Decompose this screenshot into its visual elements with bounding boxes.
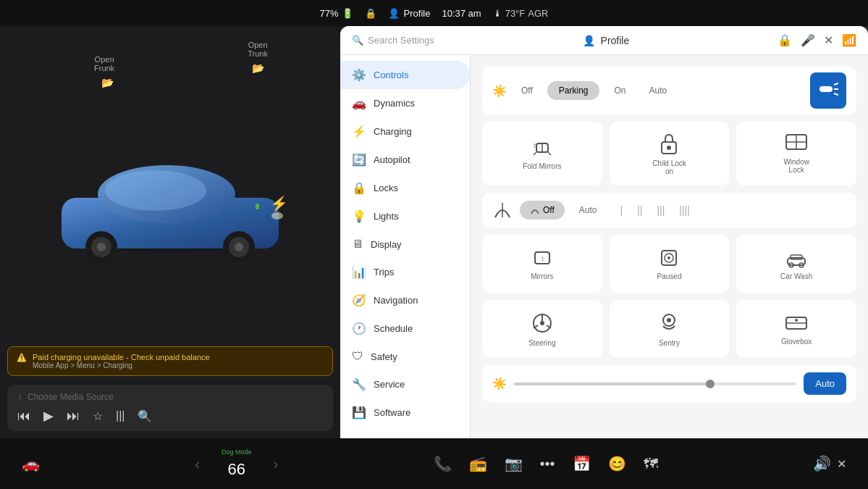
media-source: ♪ Choose Media Source <box>17 392 323 402</box>
svg-text:⚡: ⚡ <box>270 195 288 212</box>
svg-point-23 <box>667 146 671 150</box>
lights-on-button[interactable]: On <box>605 81 634 100</box>
sentry-tile[interactable]: Sentry <box>610 300 730 358</box>
calendar-icon[interactable]: 📅 <box>573 455 591 472</box>
sidebar-item-dynamics[interactable]: 🚗 Dynamics <box>340 89 470 117</box>
music-note-icon: ♪ <box>17 392 22 402</box>
glovebox-label: Glovebox <box>781 338 812 346</box>
profile-name: Profile <box>404 8 431 19</box>
sidebar-label-locks: Locks <box>374 183 398 193</box>
car-wash-tile[interactable]: Car Wash <box>736 235 856 293</box>
child-lock-label: Child Lockon <box>652 159 686 175</box>
map-icon[interactable]: 🗺 <box>644 456 658 472</box>
lights-off-button[interactable]: Off <box>513 81 542 100</box>
wiper-small-icon <box>530 205 540 215</box>
sidebar-item-software[interactable]: 💾 Software <box>340 398 470 427</box>
wiper-off-button[interactable]: Off <box>520 201 565 220</box>
sidebar-item-display[interactable]: 🖥 Display <box>340 230 470 258</box>
temp-icon: 🌡 <box>493 8 502 19</box>
sidebar-label-service: Service <box>374 379 405 390</box>
sun-icon: ☀️ <box>492 84 507 98</box>
trips-icon: 📊 <box>352 265 366 279</box>
close-icon[interactable]: ✕ <box>824 33 833 47</box>
sidebar-item-schedule[interactable]: 🕐 Schedule <box>340 314 470 343</box>
equalizer-button[interactable]: ||| <box>116 409 125 422</box>
more-icon[interactable]: ••• <box>540 456 555 472</box>
lights-parking-button[interactable]: Parking <box>547 81 600 100</box>
media-source-label: Choose Media Source <box>28 392 114 402</box>
car-wash-icon <box>785 248 808 268</box>
sidebar-item-navigation[interactable]: 🧭 Navigation <box>340 286 470 314</box>
locks-icon: 🔒 <box>352 181 366 195</box>
brightness-slider[interactable] <box>514 383 796 385</box>
car-illustration: ⚡ <box>47 125 293 270</box>
lights-icon: 💡 <box>352 209 366 223</box>
next-track-button[interactable]: ⏭ <box>67 409 80 424</box>
wiper-auto-button[interactable]: Auto <box>572 201 604 220</box>
favorite-button[interactable]: ☆ <box>93 409 103 423</box>
profile-header-label: Profile <box>601 35 630 46</box>
car-taskbar-icon[interactable]: 🚗 <box>22 455 40 472</box>
trunk-icon: 📂 <box>252 62 264 74</box>
search-bar[interactable]: 🔍 Search Settings <box>352 35 434 46</box>
wiper-speed-1[interactable]: | <box>614 201 628 219</box>
wiper-speed-4[interactable]: |||| <box>673 201 696 219</box>
sidebar-item-lights[interactable]: 💡 Lights <box>340 202 470 230</box>
dog-mode-label: Dog Mode <box>222 448 252 456</box>
mirrors-adjust-icon: ↕ <box>531 248 554 268</box>
child-lock-tile[interactable]: Child Lockon <box>610 122 730 185</box>
search-icon: 🔍 <box>352 35 363 46</box>
mic-icon[interactable]: 🎤 <box>801 33 815 47</box>
sidebar-item-trips[interactable]: 📊 Trips <box>340 258 470 286</box>
media-icon[interactable]: 📻 <box>469 455 487 472</box>
phone-icon[interactable]: 📞 <box>434 455 452 472</box>
profile-header-icon: 👤 <box>583 35 595 46</box>
trunk-label[interactable]: Open Trunk <box>248 41 268 58</box>
taskbar-center-area: ‹ Dog Mode 66 › <box>195 448 278 479</box>
profile-header[interactable]: 👤 Profile <box>583 35 630 46</box>
glovebox-tile[interactable]: Glovebox <box>736 300 856 358</box>
frunk-label[interactable]: Open Frunk <box>94 55 114 72</box>
camera-icon[interactable]: 📷 <box>505 455 523 472</box>
play-pause-button[interactable]: ▶ <box>43 408 54 424</box>
window-lock-icon <box>785 133 808 154</box>
lock-header-icon[interactable]: 🔒 <box>778 33 792 47</box>
sidebar-item-controls[interactable]: ⚙️ Controls <box>340 61 470 89</box>
lights-control-row: ☀️ Off Parking On Auto <box>482 67 856 114</box>
steering-tile[interactable]: Steering <box>482 300 602 358</box>
lights-auto-button[interactable]: Auto <box>641 81 676 100</box>
steering-icon <box>531 312 554 335</box>
settings-panel: 🔍 Search Settings 👤 Profile 🔒 🎤 ✕ 📶 ⚙️ C… <box>340 26 868 438</box>
faces-icon[interactable]: 😊 <box>608 455 626 472</box>
wiper-speeds: | || ||| |||| <box>614 201 695 219</box>
auto-brightness-button[interactable]: Auto <box>804 372 846 395</box>
sidebar-label-charging: Charging <box>374 126 412 137</box>
charging-icon: ⚡ <box>352 125 366 138</box>
sidebar-item-safety[interactable]: 🛡 Safety <box>340 343 470 370</box>
mirrors-tile[interactable]: ↕ Mirrors <box>482 235 602 293</box>
wiper-speed-2[interactable]: || <box>631 201 648 219</box>
sidebar-item-service[interactable]: 🔧 Service <box>340 370 470 398</box>
battery-indicator: 77% 🔋 <box>320 8 353 19</box>
volume-icon[interactable]: 🔊 <box>813 455 831 472</box>
headlight-icon <box>818 79 838 99</box>
fold-mirrors-icon: ↕ <box>531 138 554 158</box>
navigation-icon: 🧭 <box>352 293 366 307</box>
paused-tile[interactable]: Paused <box>610 235 730 293</box>
prev-track-button[interactable]: ⏮ <box>17 409 30 424</box>
sidebar-label-autopilot: Autopilot <box>374 154 410 165</box>
lights-headlight-button[interactable] <box>810 72 846 109</box>
sidebar-item-autopilot[interactable]: 🔄 Autopilot <box>340 146 470 174</box>
taskbar-apps: 📞 📻 📷 ••• 📅 😊 🗺 <box>434 455 658 472</box>
wiper-speed-3[interactable]: ||| <box>651 201 670 219</box>
fold-mirrors-tile[interactable]: ↕ Fold Mirrors <box>482 122 602 185</box>
next-temp-icon[interactable]: › <box>274 456 279 472</box>
window-lock-tile[interactable]: WindowLock <box>736 122 856 185</box>
prev-temp-icon[interactable]: ‹ <box>195 456 200 472</box>
schedule-icon: 🕐 <box>352 322 366 335</box>
taskbar-temp-display: Dog Mode 66 <box>222 448 252 479</box>
sidebar-item-charging[interactable]: ⚡ Charging <box>340 117 470 146</box>
search-media-button[interactable]: 🔍 <box>138 409 152 423</box>
sidebar-item-locks[interactable]: 🔒 Locks <box>340 174 470 202</box>
svg-text:↕: ↕ <box>533 141 536 149</box>
